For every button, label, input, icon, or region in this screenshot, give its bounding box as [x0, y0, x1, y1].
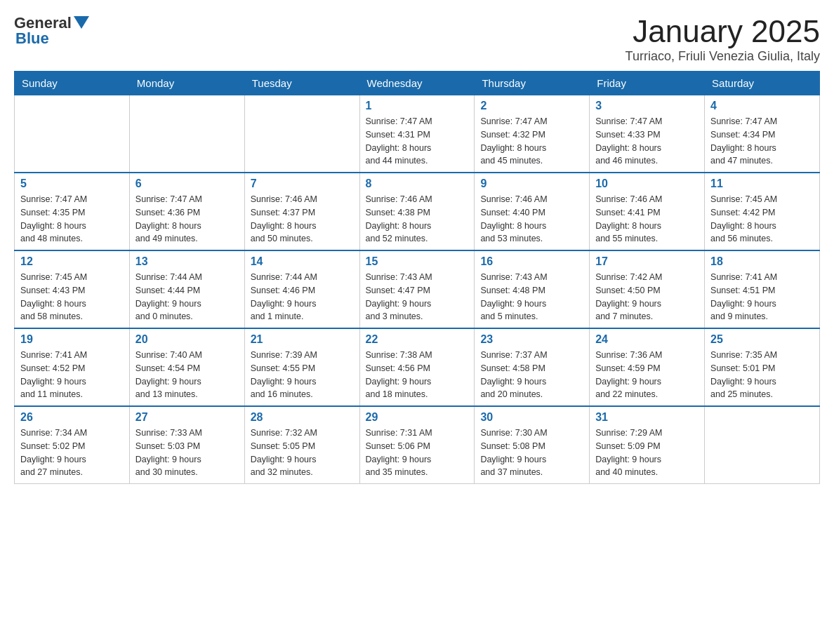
- calendar-cell: 15Sunrise: 7:43 AM Sunset: 4:47 PM Dayli…: [359, 250, 475, 328]
- day-info: Sunrise: 7:41 AM Sunset: 4:52 PM Dayligh…: [20, 349, 124, 401]
- day-number: 31: [595, 411, 699, 424]
- day-info: Sunrise: 7:46 AM Sunset: 4:37 PM Dayligh…: [251, 193, 354, 246]
- logo: General Blue: [14, 14, 89, 48]
- calendar-cell: 10Sunrise: 7:46 AM Sunset: 4:41 PM Dayli…: [590, 173, 705, 250]
- calendar-cell: 21Sunrise: 7:39 AM Sunset: 4:55 PM Dayli…: [244, 328, 359, 406]
- day-info: Sunrise: 7:37 AM Sunset: 4:58 PM Dayligh…: [480, 349, 583, 401]
- day-info: Sunrise: 7:47 AM Sunset: 4:32 PM Dayligh…: [480, 115, 583, 168]
- day-info: Sunrise: 7:46 AM Sunset: 4:41 PM Dayligh…: [595, 193, 699, 246]
- weekday-header-wednesday: Wednesday: [359, 72, 475, 95]
- day-info: Sunrise: 7:38 AM Sunset: 4:56 PM Dayligh…: [366, 349, 469, 401]
- day-info: Sunrise: 7:41 AM Sunset: 4:51 PM Dayligh…: [710, 271, 814, 323]
- day-info: Sunrise: 7:35 AM Sunset: 5:01 PM Dayligh…: [710, 349, 814, 401]
- day-number: 13: [135, 255, 239, 268]
- logo-blue-text: Blue: [14, 29, 49, 48]
- day-number: 20: [135, 333, 239, 346]
- day-number: 16: [480, 255, 583, 268]
- weekday-header-thursday: Thursday: [475, 72, 590, 95]
- calendar-cell: [705, 406, 820, 484]
- day-info: Sunrise: 7:32 AM Sunset: 5:05 PM Dayligh…: [251, 427, 354, 479]
- day-number: 4: [710, 100, 814, 112]
- calendar-cell: 16Sunrise: 7:43 AM Sunset: 4:48 PM Dayli…: [475, 250, 590, 328]
- calendar-cell: 11Sunrise: 7:45 AM Sunset: 4:42 PM Dayli…: [705, 173, 820, 250]
- day-number: 6: [135, 177, 239, 190]
- calendar-cell: 19Sunrise: 7:41 AM Sunset: 4:52 PM Dayli…: [15, 328, 130, 406]
- calendar-week-row: 1Sunrise: 7:47 AM Sunset: 4:31 PM Daylig…: [15, 95, 820, 173]
- calendar-cell: 26Sunrise: 7:34 AM Sunset: 5:02 PM Dayli…: [15, 406, 130, 484]
- calendar-cell: 12Sunrise: 7:45 AM Sunset: 4:43 PM Dayli…: [15, 250, 130, 328]
- calendar-cell: 9Sunrise: 7:46 AM Sunset: 4:40 PM Daylig…: [475, 173, 590, 250]
- day-number: 11: [710, 177, 814, 190]
- weekday-header-saturday: Saturday: [705, 72, 820, 95]
- day-number: 25: [710, 333, 814, 346]
- calendar-header-row: SundayMondayTuesdayWednesdayThursdayFrid…: [15, 72, 820, 95]
- day-number: 29: [366, 411, 469, 424]
- day-info: Sunrise: 7:47 AM Sunset: 4:33 PM Dayligh…: [595, 115, 699, 168]
- day-info: Sunrise: 7:34 AM Sunset: 5:02 PM Dayligh…: [20, 427, 124, 479]
- day-number: 24: [595, 333, 699, 346]
- weekday-header-sunday: Sunday: [15, 72, 130, 95]
- calendar-cell: [129, 95, 244, 173]
- day-number: 22: [366, 333, 469, 346]
- calendar-cell: 5Sunrise: 7:47 AM Sunset: 4:35 PM Daylig…: [15, 173, 130, 250]
- day-info: Sunrise: 7:29 AM Sunset: 5:09 PM Dayligh…: [595, 427, 699, 479]
- calendar-cell: 13Sunrise: 7:44 AM Sunset: 4:44 PM Dayli…: [129, 250, 244, 328]
- day-info: Sunrise: 7:47 AM Sunset: 4:36 PM Dayligh…: [135, 193, 239, 246]
- day-number: 19: [20, 333, 124, 346]
- calendar-cell: 28Sunrise: 7:32 AM Sunset: 5:05 PM Dayli…: [244, 406, 359, 484]
- page-header: General Blue January 2025 Turriaco, Friu…: [14, 14, 820, 64]
- day-info: Sunrise: 7:31 AM Sunset: 5:06 PM Dayligh…: [366, 427, 469, 479]
- day-info: Sunrise: 7:30 AM Sunset: 5:08 PM Dayligh…: [480, 427, 583, 479]
- calendar-week-row: 26Sunrise: 7:34 AM Sunset: 5:02 PM Dayli…: [15, 406, 820, 484]
- location-title: Turriaco, Friuli Venezia Giulia, Italy: [626, 49, 820, 64]
- day-number: 1: [366, 100, 469, 112]
- weekday-header-monday: Monday: [129, 72, 244, 95]
- day-number: 7: [251, 177, 354, 190]
- day-number: 21: [251, 333, 354, 346]
- calendar-cell: 20Sunrise: 7:40 AM Sunset: 4:54 PM Dayli…: [129, 328, 244, 406]
- day-info: Sunrise: 7:43 AM Sunset: 4:47 PM Dayligh…: [366, 271, 469, 323]
- calendar-cell: 23Sunrise: 7:37 AM Sunset: 4:58 PM Dayli…: [475, 328, 590, 406]
- day-number: 12: [20, 255, 124, 268]
- day-info: Sunrise: 7:47 AM Sunset: 4:35 PM Dayligh…: [20, 193, 124, 246]
- day-number: 9: [480, 177, 583, 190]
- calendar-cell: 2Sunrise: 7:47 AM Sunset: 4:32 PM Daylig…: [475, 95, 590, 173]
- calendar-cell: 25Sunrise: 7:35 AM Sunset: 5:01 PM Dayli…: [705, 328, 820, 406]
- day-number: 23: [480, 333, 583, 346]
- day-info: Sunrise: 7:43 AM Sunset: 4:48 PM Dayligh…: [480, 271, 583, 323]
- day-info: Sunrise: 7:46 AM Sunset: 4:38 PM Dayligh…: [366, 193, 469, 246]
- day-number: 30: [480, 411, 583, 424]
- day-info: Sunrise: 7:40 AM Sunset: 4:54 PM Dayligh…: [135, 349, 239, 401]
- calendar-cell: 6Sunrise: 7:47 AM Sunset: 4:36 PM Daylig…: [129, 173, 244, 250]
- calendar-cell: 8Sunrise: 7:46 AM Sunset: 4:38 PM Daylig…: [359, 173, 475, 250]
- calendar-cell: 4Sunrise: 7:47 AM Sunset: 4:34 PM Daylig…: [705, 95, 820, 173]
- calendar-cell: [15, 95, 130, 173]
- day-number: 26: [20, 411, 124, 424]
- svg-marker-0: [74, 16, 89, 29]
- calendar-cell: 17Sunrise: 7:42 AM Sunset: 4:50 PM Dayli…: [590, 250, 705, 328]
- calendar-cell: 29Sunrise: 7:31 AM Sunset: 5:06 PM Dayli…: [359, 406, 475, 484]
- day-info: Sunrise: 7:45 AM Sunset: 4:43 PM Dayligh…: [20, 271, 124, 323]
- day-info: Sunrise: 7:42 AM Sunset: 4:50 PM Dayligh…: [595, 271, 699, 323]
- weekday-header-tuesday: Tuesday: [244, 72, 359, 95]
- calendar-week-row: 19Sunrise: 7:41 AM Sunset: 4:52 PM Dayli…: [15, 328, 820, 406]
- day-info: Sunrise: 7:44 AM Sunset: 4:44 PM Dayligh…: [135, 271, 239, 323]
- day-number: 15: [366, 255, 469, 268]
- day-info: Sunrise: 7:36 AM Sunset: 4:59 PM Dayligh…: [595, 349, 699, 401]
- calendar-cell: [244, 95, 359, 173]
- calendar-cell: 30Sunrise: 7:30 AM Sunset: 5:08 PM Dayli…: [475, 406, 590, 484]
- day-info: Sunrise: 7:44 AM Sunset: 4:46 PM Dayligh…: [251, 271, 354, 323]
- day-number: 18: [710, 255, 814, 268]
- day-info: Sunrise: 7:47 AM Sunset: 4:34 PM Dayligh…: [710, 115, 814, 168]
- logo-triangle-icon: [74, 16, 89, 29]
- day-number: 28: [251, 411, 354, 424]
- calendar-cell: 1Sunrise: 7:47 AM Sunset: 4:31 PM Daylig…: [359, 95, 475, 173]
- day-number: 17: [595, 255, 699, 268]
- day-number: 27: [135, 411, 239, 424]
- calendar-week-row: 12Sunrise: 7:45 AM Sunset: 4:43 PM Dayli…: [15, 250, 820, 328]
- calendar-cell: 7Sunrise: 7:46 AM Sunset: 4:37 PM Daylig…: [244, 173, 359, 250]
- day-number: 8: [366, 177, 469, 190]
- day-info: Sunrise: 7:33 AM Sunset: 5:03 PM Dayligh…: [135, 427, 239, 479]
- title-block: January 2025 Turriaco, Friuli Venezia Gi…: [626, 14, 820, 64]
- day-info: Sunrise: 7:46 AM Sunset: 4:40 PM Dayligh…: [480, 193, 583, 246]
